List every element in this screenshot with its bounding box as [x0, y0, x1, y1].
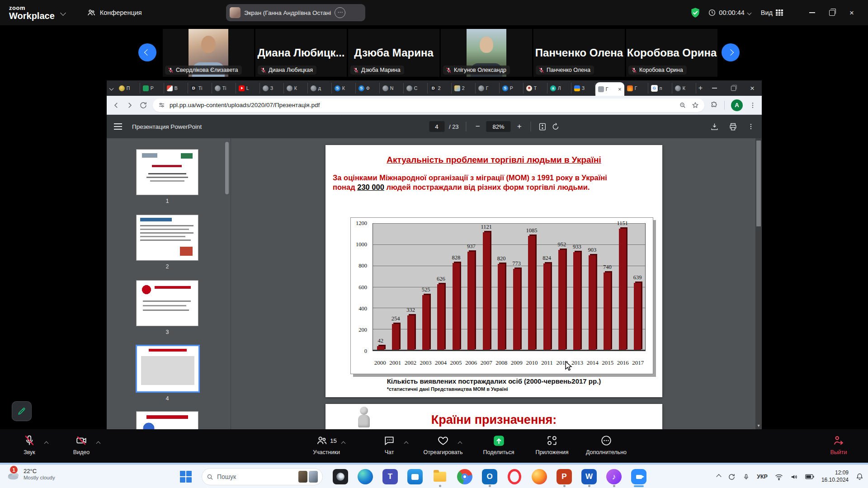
- screen-share-tab[interactable]: Экран (Ганна Андріївна Остані ⋯: [226, 4, 365, 21]
- pdf-more-icon[interactable]: [747, 123, 755, 130]
- pdf-thumbnail-page[interactable]: [136, 411, 198, 429]
- scroll-down-arrow[interactable]: ▾: [755, 422, 762, 429]
- sync-icon[interactable]: [728, 473, 736, 481]
- browser-profile-avatar[interactable]: A: [731, 99, 743, 111]
- restore-button[interactable]: [822, 0, 842, 25]
- tray-mic-icon[interactable]: [743, 473, 750, 481]
- toolbar-item-react[interactable]: Отреагировать: [418, 434, 468, 455]
- close-tab-icon[interactable]: ×: [618, 86, 622, 93]
- pdf-thumbnail-page[interactable]: [136, 149, 198, 195]
- url-text[interactable]: ppl.pp.ua/wp-content/uploads/2020/07/Пре…: [170, 102, 675, 108]
- toolbar-item-share[interactable]: Поделиться: [474, 434, 524, 455]
- participant-tile[interactable]: Коробова ОринаКоробова Орина: [626, 29, 717, 77]
- browser-tab[interactable]: П: [116, 83, 140, 94]
- pdf-menu-icon[interactable]: [114, 123, 122, 130]
- new-tab-button[interactable]: +: [696, 82, 705, 94]
- previous-participants-button[interactable]: [138, 43, 156, 61]
- page-number-input[interactable]: 4: [429, 121, 444, 132]
- taskbar-app-chrome[interactable]: [457, 469, 472, 484]
- notifications-bell-icon[interactable]: [856, 473, 863, 481]
- participant-tile[interactable]: Диана Любицк...Диана Любицкая: [255, 29, 347, 77]
- forward-button[interactable]: [126, 101, 134, 109]
- extensions-icon[interactable]: [710, 101, 718, 109]
- chevron-down-icon[interactable]: [60, 10, 66, 16]
- taskbar-app-photos[interactable]: [333, 469, 348, 484]
- leave-meeting-button[interactable]: Выйти: [821, 434, 857, 455]
- browser-tab[interactable]: Г×: [595, 82, 624, 96]
- reload-button[interactable]: [139, 101, 147, 109]
- chevron-up-icon[interactable]: [342, 439, 345, 447]
- taskbar-app-word[interactable]: W: [581, 469, 597, 484]
- zoom-out-button[interactable]: −: [474, 122, 482, 131]
- close-button[interactable]: ×: [842, 0, 862, 25]
- pdf-scrollbar-thumb[interactable]: [756, 141, 761, 226]
- tab-search-button[interactable]: [107, 80, 116, 96]
- pdf-thumbnail-page[interactable]: [136, 215, 198, 261]
- bookmark-star-icon[interactable]: [692, 102, 699, 109]
- meeting-timer[interactable]: 00:00:44: [708, 9, 750, 16]
- taskbar-app-opera[interactable]: [507, 469, 522, 484]
- participant-tile[interactable]: Клігунов Олександр: [441, 29, 532, 77]
- address-bar[interactable]: ppl.pp.ua/wp-content/uploads/2020/07/Пре…: [153, 99, 704, 112]
- chevron-up-icon[interactable]: [97, 439, 100, 447]
- participant-tile[interactable]: Дзюба МаринаДзюба Марина: [348, 29, 439, 77]
- print-icon[interactable]: [729, 122, 737, 131]
- pdf-thumbnail[interactable]: 4: [136, 346, 199, 402]
- security-shield-icon[interactable]: [689, 7, 701, 19]
- zoom-level-input[interactable]: 82%: [486, 121, 511, 132]
- zoom-page-icon[interactable]: [679, 102, 686, 109]
- pdf-thumbnail[interactable]: 1: [136, 149, 199, 204]
- browser-tab[interactable]: д: [308, 83, 332, 94]
- toolbar-item-chat[interactable]: Чат: [364, 434, 414, 455]
- annotation-pencil-button[interactable]: [12, 401, 32, 421]
- participant-tile[interactable]: Панченко ОленаПанченко Олена: [533, 29, 625, 77]
- taskbar-clock[interactable]: 12:09 16.10.2024: [821, 469, 849, 483]
- browser-tab[interactable]: 2: [452, 83, 476, 94]
- next-participants-button[interactable]: [722, 43, 740, 61]
- browser-tab[interactable]: З: [571, 83, 595, 94]
- browser-tab[interactable]: Ті: [212, 83, 236, 94]
- chevron-up-icon[interactable]: [405, 439, 408, 447]
- back-button[interactable]: [112, 101, 120, 109]
- language-indicator[interactable]: УКР: [757, 474, 768, 480]
- browser-restore-button[interactable]: [724, 80, 743, 96]
- browser-tab[interactable]: SК: [332, 83, 356, 94]
- taskbar-app-explorer[interactable]: [432, 469, 448, 484]
- browser-close-button[interactable]: ×: [743, 80, 762, 96]
- rotate-page-icon[interactable]: [552, 122, 560, 131]
- toolbar-item-more[interactable]: Дополнительно: [581, 434, 631, 455]
- participant-tile[interactable]: Свердлікова Єлизавета: [163, 29, 254, 77]
- download-icon[interactable]: [710, 122, 719, 131]
- chevron-up-icon[interactable]: [458, 439, 462, 447]
- more-options-icon[interactable]: ⋯: [335, 7, 345, 18]
- wifi-icon[interactable]: [775, 474, 783, 480]
- sidebar-scrollbar[interactable]: [225, 142, 229, 194]
- chevron-up-icon[interactable]: [45, 439, 48, 447]
- taskbar-app-edge[interactable]: [358, 469, 373, 484]
- browser-tab[interactable]: D2: [428, 83, 452, 94]
- pdf-thumbnail-page[interactable]: [136, 345, 200, 393]
- fit-page-icon[interactable]: [538, 122, 547, 131]
- browser-minimize-button[interactable]: [705, 80, 724, 96]
- toolbar-item-apps[interactable]: Приложения: [527, 434, 577, 455]
- browser-tab[interactable]: Т: [524, 83, 547, 94]
- browser-tab[interactable]: Gп: [648, 83, 672, 94]
- site-info-icon[interactable]: [158, 102, 165, 108]
- taskbar-app-teams[interactable]: T: [382, 469, 398, 484]
- browser-tab[interactable]: Г: [624, 83, 648, 94]
- browser-tab[interactable]: aЛ: [547, 83, 571, 94]
- minimize-button[interactable]: [802, 0, 822, 25]
- pdf-thumbnail[interactable]: 3: [136, 280, 199, 335]
- tray-overflow-icon[interactable]: [717, 474, 722, 479]
- browser-tab[interactable]: С: [404, 83, 428, 94]
- pdf-thumbnail-page[interactable]: [136, 280, 198, 326]
- view-button[interactable]: Вид: [761, 9, 783, 16]
- toolbar-item-video-off[interactable]: Видео: [57, 434, 106, 455]
- zoom-in-button[interactable]: +: [515, 122, 524, 131]
- browser-tab[interactable]: N: [380, 83, 404, 94]
- browser-tab[interactable]: К: [672, 83, 696, 94]
- browser-tab[interactable]: SФ: [356, 83, 380, 94]
- browser-tab[interactable]: В: [164, 83, 188, 94]
- volume-icon[interactable]: [790, 474, 798, 480]
- taskbar-app-store[interactable]: [407, 469, 423, 484]
